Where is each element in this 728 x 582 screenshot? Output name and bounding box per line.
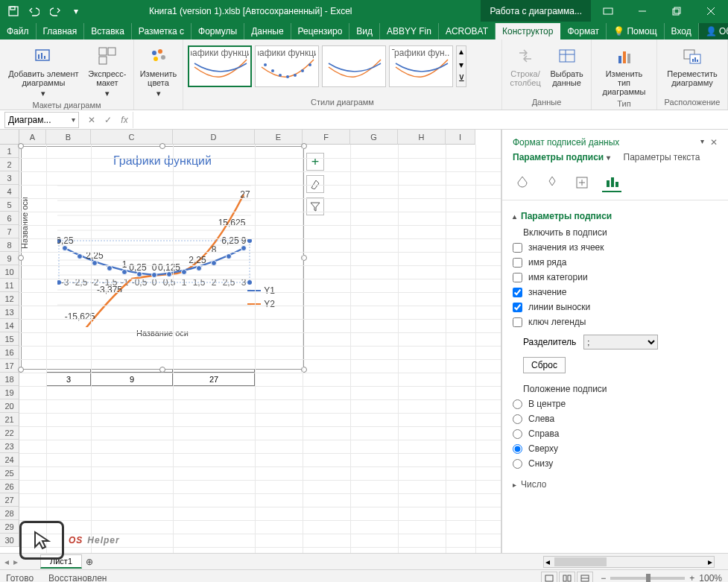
radio-above[interactable]: Сверху <box>513 443 718 454</box>
tab-abbyy[interactable]: ABBYY Fin <box>380 23 439 39</box>
zoom-in-icon[interactable]: + <box>689 573 694 583</box>
separator-select[interactable]: ; <box>583 335 658 349</box>
select-all-cell[interactable] <box>0 130 19 145</box>
chart-style-1[interactable]: Графики функций <box>188 45 252 87</box>
row-header[interactable]: 4 <box>0 185 19 198</box>
row-header[interactable]: 26 <box>0 480 19 493</box>
radio-below[interactable]: Снизу <box>513 458 718 469</box>
radio-left[interactable]: Слева <box>513 414 718 424</box>
tab-design[interactable]: Конструктор <box>496 23 560 39</box>
chk-category-name[interactable]: имя категории <box>513 272 718 282</box>
chk-value[interactable]: значение <box>513 287 718 297</box>
chart-styles-button[interactable] <box>306 175 324 193</box>
pane-options-icon[interactable]: ▾ <box>700 137 704 148</box>
chart-style-2[interactable]: Графики функций <box>255 45 319 87</box>
chart-y-axis-label[interactable]: Название оси <box>20 197 29 249</box>
reset-button[interactable]: Сброс <box>523 357 566 373</box>
chart-title[interactable]: Графики функций <box>22 147 303 171</box>
chart-style-3[interactable] <box>322 45 386 87</box>
pane-tab-label-options[interactable]: Параметры подписи ▾ <box>513 152 610 162</box>
qat-more-icon[interactable]: ▾ <box>67 2 85 20</box>
name-box[interactable]: Диаграм...▾ <box>4 112 79 128</box>
col-header[interactable]: D <box>173 130 255 145</box>
row-header[interactable]: 5 <box>0 198 19 212</box>
chk-leader-lines[interactable]: линии выноски <box>513 302 718 312</box>
tab-page-layout[interactable]: Разметка с <box>132 23 192 39</box>
row-header[interactable]: 29 <box>0 520 19 534</box>
cell-grid[interactable]: 3 9 27 + Графики функций <box>19 145 501 553</box>
chart-style-4[interactable]: Графики фун... <box>389 45 453 87</box>
close-icon[interactable] <box>694 0 728 22</box>
horizontal-scrollbar[interactable]: ◂▸ <box>543 556 715 568</box>
add-chart-element-button[interactable]: Добавить элемент диаграммы▾ <box>4 42 83 99</box>
chart-elements-button[interactable]: + <box>306 153 324 171</box>
quick-layout-button[interactable]: Экспресс-макет▾ <box>86 42 129 99</box>
row-header[interactable]: 17 <box>0 359 19 373</box>
row-header[interactable]: 11 <box>0 279 19 292</box>
minimize-icon[interactable] <box>625 0 659 22</box>
section-number[interactable]: ▸Число <box>513 479 718 490</box>
tab-scroll-left-icon[interactable]: ◂ <box>0 557 13 567</box>
row-header[interactable]: 30 <box>0 534 19 547</box>
gallery-more-icon[interactable]: ⊻ <box>457 73 466 86</box>
cancel-formula-icon[interactable]: ✕ <box>83 112 100 128</box>
tab-home[interactable]: Главная <box>37 23 85 39</box>
tab-help[interactable]: 💡 Помощ <box>607 23 664 39</box>
col-header[interactable]: F <box>303 130 350 145</box>
row-header[interactable]: 18 <box>0 373 19 386</box>
change-colors-button[interactable]: Изменить цвета▾ <box>139 42 178 99</box>
redo-icon[interactable] <box>46 2 64 20</box>
section-label-options[interactable]: ▴Параметры подписи <box>513 211 718 221</box>
row-header[interactable]: 7 <box>0 225 19 238</box>
view-normal-icon[interactable] <box>541 572 557 583</box>
tab-formulas[interactable]: Формулы <box>192 23 244 39</box>
effects-icon[interactable] <box>542 173 562 192</box>
tab-acrobat[interactable]: ACROBAT <box>439 23 496 39</box>
zoom-level[interactable]: 100% <box>699 573 722 583</box>
row-header[interactable]: 14 <box>0 319 19 332</box>
chart-legend[interactable]: Y1 Y2 <box>247 282 275 312</box>
tab-data[interactable]: Данные <box>244 23 291 39</box>
chk-legend-key[interactable]: ключ легенды <box>513 317 718 327</box>
col-header[interactable]: C <box>91 130 173 145</box>
row-header[interactable]: 8 <box>0 238 19 252</box>
label-options-icon[interactable] <box>602 173 621 192</box>
row-header[interactable]: 19 <box>0 386 19 399</box>
row-header[interactable]: 24 <box>0 453 19 466</box>
tab-scroll-right-icon[interactable]: ▸ <box>13 557 18 567</box>
tab-signin[interactable]: Вход <box>665 23 699 39</box>
worksheet[interactable]: A B C D E F G H I 1234567891011121314151… <box>0 130 501 553</box>
tab-insert[interactable]: Вставка <box>84 23 132 39</box>
change-chart-type-button[interactable]: Изменить тип диаграммы <box>596 42 652 98</box>
row-header[interactable]: 23 <box>0 440 19 453</box>
save-icon[interactable] <box>4 2 22 20</box>
table-cell[interactable]: 3 <box>46 373 91 386</box>
restore-icon[interactable] <box>659 0 694 22</box>
view-page-break-icon[interactable] <box>577 572 593 583</box>
gallery-down-icon[interactable]: ▾ <box>457 60 466 73</box>
row-header[interactable]: 1 <box>0 145 19 158</box>
undo-icon[interactable] <box>25 2 43 20</box>
row-header[interactable]: 9 <box>0 252 19 265</box>
row-header[interactable]: 3 <box>0 171 19 185</box>
view-page-layout-icon[interactable] <box>559 572 575 583</box>
chart-filters-button[interactable] <box>306 197 324 215</box>
switch-row-column-button[interactable]: Строка/столбец <box>507 42 544 89</box>
tab-file[interactable]: Файл <box>0 23 37 39</box>
row-header[interactable]: 28 <box>0 507 19 520</box>
col-header[interactable]: I <box>446 130 475 145</box>
gallery-up-icon[interactable]: ▴ <box>457 46 466 60</box>
row-header[interactable]: 2 <box>0 158 19 171</box>
row-header[interactable]: 13 <box>0 306 19 319</box>
table-cell[interactable]: 9 <box>91 373 173 386</box>
zoom-out-icon[interactable]: − <box>601 573 606 583</box>
row-header[interactable]: 6 <box>0 212 19 225</box>
chart-x-axis-label[interactable]: Название оси <box>22 329 303 338</box>
enter-formula-icon[interactable]: ✓ <box>100 112 116 128</box>
zoom-slider[interactable] <box>610 577 685 580</box>
col-header[interactable]: B <box>46 130 91 145</box>
tab-view[interactable]: Вид <box>349 23 380 39</box>
tab-review[interactable]: Рецензиро <box>291 23 350 39</box>
col-header[interactable]: H <box>398 130 446 145</box>
row-header[interactable]: 27 <box>0 493 19 507</box>
